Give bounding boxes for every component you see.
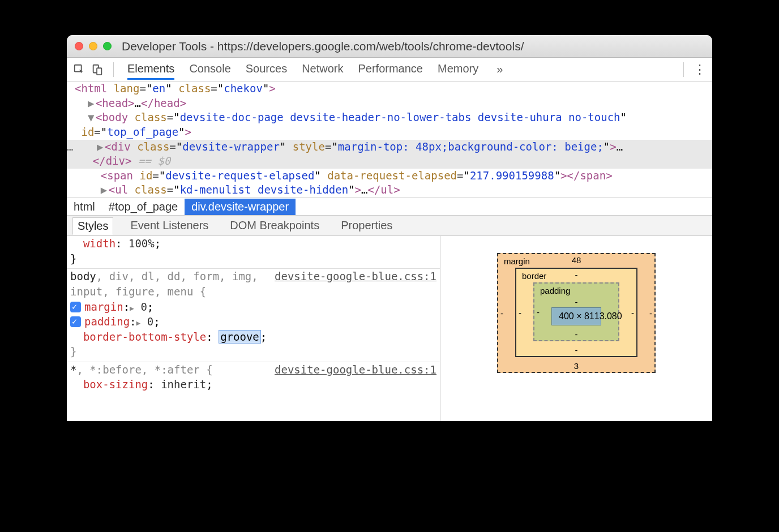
more-menu-icon[interactable]: ⋮ <box>692 62 708 78</box>
crumb-html[interactable]: html <box>67 199 102 215</box>
styles-subtabs: Styles Event Listeners DOM Breakpoints P… <box>67 216 712 236</box>
window-title: Developer Tools - https://developers.goo… <box>122 40 524 53</box>
padding-top-value[interactable]: - <box>575 297 578 307</box>
devtools-window: Developer Tools - https://developers.goo… <box>67 35 712 421</box>
svg-rect-2 <box>97 68 101 75</box>
selected-node-marker: == $0 <box>131 155 170 167</box>
subtab-event-listeners[interactable]: Event Listeners <box>126 217 213 234</box>
styles-pane[interactable]: width: 100%;} devsite-google-blue.css:1 … <box>67 236 440 421</box>
crumb-top-of-page[interactable]: #top_of_page <box>102 199 185 215</box>
crumb-devsite-wrapper[interactable]: div.devsite-wrapper <box>185 199 296 215</box>
margin-right-value[interactable]: - <box>649 308 652 318</box>
device-toolbar-icon[interactable] <box>89 62 105 78</box>
border-left-value[interactable]: - <box>519 308 521 318</box>
dom-node-head[interactable]: ▶<head>…</head> <box>67 96 712 111</box>
dom-node-body[interactable]: ▼<body class="devsite-doc-page devsite-h… <box>67 110 712 139</box>
box-model-diagram[interactable]: margin 48 - - 3 border - - - - padding - <box>497 253 656 373</box>
margin-top-value[interactable]: 48 <box>572 255 581 265</box>
minimize-window-button[interactable] <box>89 42 97 50</box>
dom-tree[interactable]: <html lang="en" class="chekov"> ▶<head>…… <box>67 81 712 198</box>
tab-elements[interactable]: Elements <box>127 59 174 80</box>
tabs-overflow-icon[interactable]: » <box>496 63 503 76</box>
css-rule-2[interactable]: devsite-google-blue.css:1 *, *:before, *… <box>67 362 440 394</box>
dom-node-ul[interactable]: ▶<ul class="kd-menulist devsite-hidden">… <box>67 183 712 198</box>
subtab-dom-breakpoints[interactable]: DOM Breakpoints <box>225 217 324 234</box>
border-label: border <box>522 271 546 281</box>
border-top-value[interactable]: - <box>575 270 578 280</box>
close-window-button[interactable] <box>75 42 83 50</box>
padding-bottom-value[interactable]: - <box>575 329 578 339</box>
expand-shorthand-icon[interactable]: ▶ <box>130 304 134 312</box>
subtab-styles[interactable]: Styles <box>72 217 113 235</box>
disclosure-triangle-icon[interactable]: ▶ <box>101 183 109 198</box>
css-source-link[interactable]: devsite-google-blue.css:1 <box>275 362 436 377</box>
expand-shorthand-icon[interactable]: ▶ <box>136 319 141 327</box>
tab-performance[interactable]: Performance <box>358 59 423 80</box>
content-dimensions[interactable]: 400 × 8113.080 <box>551 307 601 325</box>
dom-node-span[interactable]: <span id="devsite-request-elapsed" data-… <box>67 169 712 183</box>
tab-sources[interactable]: Sources <box>246 59 287 80</box>
main-tabs: Elements Console Sources Network Perform… <box>127 59 675 80</box>
disclosure-triangle-icon[interactable]: ▶ <box>88 96 96 111</box>
breadcrumb: html #top_of_page div.devsite-wrapper <box>67 198 712 216</box>
css-rule-1[interactable]: devsite-google-blue.css:1 body, div, dl,… <box>67 269 440 362</box>
margin-bottom-value[interactable]: 3 <box>574 361 579 371</box>
css-value-editor[interactable]: groove <box>219 331 260 343</box>
border-right-value[interactable]: - <box>631 308 634 318</box>
property-toggle-checkbox[interactable] <box>70 302 81 312</box>
traffic-lights <box>75 42 112 50</box>
hidden-siblings-icon[interactable]: … <box>67 140 84 155</box>
main-toolbar: Elements Console Sources Network Perform… <box>67 58 712 81</box>
css-rule-0[interactable]: width: 100%;} <box>67 236 440 269</box>
subtab-properties[interactable]: Properties <box>336 217 397 234</box>
dom-node-html[interactable]: <html lang="en" class="chekov"> <box>67 81 712 96</box>
padding-label: padding <box>540 286 570 295</box>
tab-memory[interactable]: Memory <box>438 59 478 80</box>
toolbar-divider <box>113 62 114 77</box>
toolbar-divider-2 <box>683 62 684 77</box>
padding-left-value[interactable]: - <box>537 307 540 317</box>
disclosure-triangle-icon[interactable]: ▶ <box>97 140 105 155</box>
css-source-link[interactable]: devsite-google-blue.css:1 <box>275 269 436 284</box>
titlebar: Developer Tools - https://developers.goo… <box>67 35 712 58</box>
dom-node-wrapper[interactable]: … ▶<div class="devsite-wrapper" style="m… <box>67 140 712 169</box>
margin-label: margin <box>504 256 530 266</box>
margin-left-value[interactable]: - <box>500 308 503 318</box>
border-bottom-value[interactable]: - <box>575 345 578 355</box>
property-toggle-checkbox[interactable] <box>70 316 81 327</box>
tab-network[interactable]: Network <box>302 59 343 80</box>
styles-panels: width: 100%;} devsite-google-blue.css:1 … <box>67 236 712 421</box>
disclosure-triangle-open-icon[interactable]: ▼ <box>88 110 96 125</box>
padding-right-value[interactable]: - <box>613 307 616 317</box>
inspect-element-icon[interactable] <box>71 62 87 78</box>
maximize-window-button[interactable] <box>103 42 112 50</box>
box-model-pane: margin 48 - - 3 border - - - - padding - <box>440 236 712 421</box>
tab-console[interactable]: Console <box>189 59 230 80</box>
